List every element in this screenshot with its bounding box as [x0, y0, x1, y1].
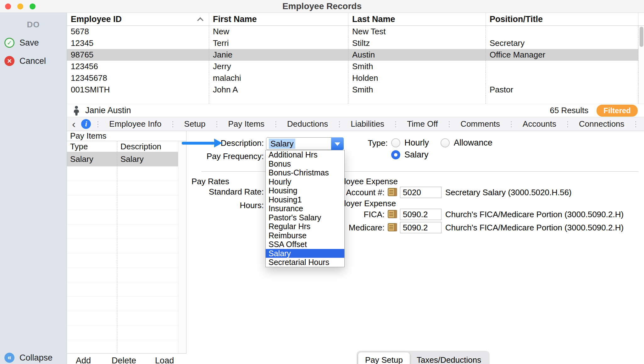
table-scrollbar[interactable] [638, 26, 644, 104]
save-button[interactable]: ✓ Save [0, 38, 67, 48]
employee-row-5678[interactable]: 5678NewNew Test [67, 26, 644, 37]
tab-separator-dots: ⋮ [561, 120, 575, 129]
delete-button[interactable]: Delete [112, 354, 136, 364]
pay-item-empty-row[interactable] [67, 311, 186, 326]
dropdown-option-bonus[interactable]: Bonus [266, 159, 344, 168]
tab-comments[interactable]: Comments [456, 119, 504, 129]
tab-separator-dots: ⋮ [629, 120, 643, 129]
column-header-description[interactable]: Description [117, 141, 186, 152]
radio-circle [441, 138, 450, 147]
pay-item-description-cell [117, 210, 186, 224]
employee-row-98765[interactable]: 98765JanieAustinOffice Manager [67, 49, 644, 61]
pay-item-empty-row[interactable] [67, 210, 186, 224]
tabs-scroll-left-icon[interactable]: ‹ [67, 117, 80, 131]
dropdown-option-regular-hrs[interactable]: Regular Hrs [266, 222, 344, 231]
employee-row-12345[interactable]: 12345TerriStiltzSecretary [67, 37, 644, 49]
pay-rates-heading: Pay Rates [192, 176, 229, 187]
dropdown-option-housing1[interactable]: Housing1 [266, 195, 344, 204]
column-header-employee-id[interactable]: Employee ID [67, 13, 209, 25]
table-cell: Stiltz [348, 37, 486, 49]
pay-item-type-cell [67, 210, 117, 224]
collapse-button[interactable]: « Collapse [0, 353, 53, 363]
dropdown-option-secretarial-hours[interactable]: Secretarial Hours [266, 258, 344, 267]
column-header-label: Position/Title [490, 14, 543, 24]
pay-item-type-cell [67, 224, 117, 239]
dropdown-option-hourly[interactable]: Hourly [266, 177, 344, 186]
tab-separator-dots: ⋮ [210, 120, 224, 129]
pay-item-empty-row[interactable] [67, 297, 186, 311]
tab-pay-items[interactable]: Pay Items [224, 119, 269, 129]
close-window-button[interactable] [5, 3, 11, 9]
scrollbar-thumb[interactable] [640, 27, 643, 47]
employee-row-12345678[interactable]: 12345678malachiHolden [67, 72, 644, 84]
tab-deductions[interactable]: Deductions [283, 119, 332, 129]
tab-taxes-deductions[interactable]: Taxes/Deductions [410, 352, 488, 364]
dropdown-option-reimburse[interactable]: Reimburse [266, 231, 344, 240]
employee-row-001smith[interactable]: 001SMITHJohn ASmithPastor [67, 84, 644, 96]
column-header-type[interactable]: Type [67, 141, 117, 152]
pay-item-type-cell [67, 326, 117, 340]
tab-connections[interactable]: Connections [575, 119, 629, 129]
dropdown-option-bonus-christmas[interactable]: Bonus-Christmas [266, 168, 344, 177]
pay-item-description-cell [117, 326, 186, 340]
dropdown-option-insurance[interactable]: Insurance [266, 204, 344, 213]
pay-item-empty-row[interactable] [67, 167, 186, 181]
table-cell: Pastor [486, 84, 638, 96]
dropdown-option-salary[interactable]: Salary [266, 249, 344, 258]
fica-account-field[interactable]: 5090.2 [400, 209, 441, 220]
window-title: Employee Records [0, 0, 644, 13]
radio-salary[interactable]: Salary [391, 150, 429, 160]
load-button[interactable]: Load [155, 354, 174, 364]
pay-item-empty-row[interactable] [67, 196, 186, 210]
pay-item-empty-row[interactable] [67, 181, 186, 196]
pay-item-empty-row[interactable] [67, 224, 186, 239]
column-header-last-name[interactable]: Last Name [348, 13, 486, 25]
cancel-button[interactable]: × Cancel [0, 56, 67, 66]
pay-item-type-cell [67, 253, 117, 267]
add-button[interactable]: Add [76, 354, 91, 364]
pay-item-detail: Description: Salary Pay Frequency: Type:… [187, 131, 644, 364]
tab-pay-setup[interactable]: Pay Setup [358, 352, 410, 364]
pay-item-empty-row[interactable] [67, 253, 186, 268]
tab-liabilities[interactable]: Liabilities [346, 119, 389, 129]
table-cell: New Test [348, 26, 486, 37]
tabs-scroll-right-icon[interactable]: › [643, 117, 644, 131]
radio-salary-label: Salary [404, 150, 429, 160]
pay-item-empty-row[interactable] [67, 239, 186, 253]
account-lookup-ledger-icon[interactable] [387, 187, 398, 197]
radio-hourly[interactable]: Hourly [391, 138, 429, 148]
info-icon[interactable]: i [81, 119, 91, 129]
dropdown-option-ssa-offset[interactable]: SSA Offset [266, 240, 344, 249]
record-bar: Janie Austin 65 Results Filtered [67, 104, 644, 117]
dropdown-option-pastor-s-salary[interactable]: Pastor's Salary [266, 213, 344, 222]
dropdown-option-housing[interactable]: Housing [266, 186, 344, 195]
fica-lookup-ledger-icon[interactable] [387, 209, 398, 219]
medicare-lookup-ledger-icon[interactable] [387, 223, 398, 233]
zoom-window-button[interactable] [30, 3, 36, 9]
column-header-label: Employee ID [71, 14, 122, 24]
tab-employee-info[interactable]: Employee Info [105, 119, 166, 129]
results-count: 65 Results [550, 106, 588, 115]
filtered-badge[interactable]: Filtered [597, 105, 638, 117]
account-number-field[interactable]: 5020 [400, 187, 441, 198]
pay-item-empty-row[interactable] [67, 340, 186, 354]
pay-item-empty-row[interactable] [67, 326, 186, 340]
column-header-first-name[interactable]: First Name [209, 13, 348, 25]
pay-item-type-cell [67, 297, 117, 311]
pay-item-empty-row[interactable] [67, 268, 186, 282]
dropdown-option-additional-hrs[interactable]: Additional Hrs [266, 150, 344, 159]
tab-accounts[interactable]: Accounts [518, 119, 561, 129]
pay-item-empty-row[interactable] [67, 282, 186, 297]
pay-item-description-cell [117, 239, 186, 253]
pay-item-row[interactable]: SalarySalary [67, 152, 186, 167]
tab-setup[interactable]: Setup [180, 119, 210, 129]
tab-time-off[interactable]: Time Off [402, 119, 442, 129]
pay-item-description-cell [117, 224, 186, 239]
table-cell: John A [209, 84, 348, 96]
minimize-window-button[interactable] [17, 3, 23, 9]
column-header-position-title[interactable]: Position/Title [486, 13, 638, 25]
pay-items-scrollbar[interactable] [178, 141, 186, 353]
medicare-account-field[interactable]: 5090.2 [400, 222, 441, 233]
radio-allowance[interactable]: Allowance [441, 138, 492, 148]
employee-row-123456[interactable]: 123456JerrySmith [67, 61, 644, 72]
